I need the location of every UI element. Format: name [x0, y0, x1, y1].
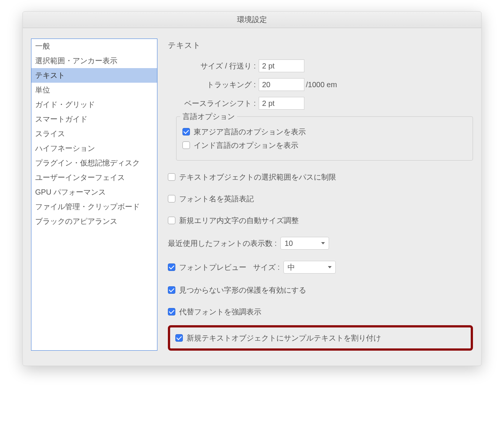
- recent-fonts-select[interactable]: 10: [280, 237, 329, 250]
- font-preview-label: フォントプレビュー: [179, 262, 246, 272]
- font-english-label: フォント名を英語表記: [179, 193, 254, 204]
- recent-fonts-label: 最近使用したフォントの表示数 :: [168, 238, 277, 248]
- category-item[interactable]: プラグイン・仮想記憶ディスク: [31, 156, 157, 170]
- window-body: 一般選択範囲・アンカー表示テキスト単位ガイド・グリッドスマートガイドスライスハイ…: [23, 28, 481, 366]
- protect-glyphs-row[interactable]: 見つからない字形の保護を有効にする: [168, 285, 473, 295]
- restrict-path-label: テキストオブジェクトの選択範囲をパスに制限: [179, 172, 336, 182]
- protect-glyphs-label: 見つからない字形の保護を有効にする: [179, 285, 306, 295]
- east-asian-label: 東アジア言語のオプションを表示: [194, 126, 306, 137]
- font-preview-size-select[interactable]: 中: [283, 261, 336, 274]
- category-item[interactable]: 選択範囲・アンカー表示: [31, 54, 157, 68]
- category-item[interactable]: 一般: [31, 39, 157, 54]
- fill-sample-label: 新規テキストオブジェクトにサンプルテキストを割り付け: [187, 333, 381, 343]
- size-leading-input[interactable]: [259, 60, 304, 72]
- font-preview-checkbox[interactable]: [168, 263, 175, 271]
- tracking-label: トラッキング :: [176, 80, 256, 90]
- baseline-shift-input[interactable]: [259, 97, 304, 110]
- font-english-row[interactable]: フォント名を英語表記: [168, 193, 473, 204]
- indic-option-row[interactable]: インド言語のオプションを表示: [182, 140, 467, 150]
- category-item[interactable]: テキスト: [31, 68, 157, 83]
- restrict-path-row[interactable]: テキストオブジェクトの選択範囲をパスに制限: [168, 172, 473, 182]
- titlebar: 環境設定: [23, 12, 481, 28]
- language-options-group: 言語オプション 東アジア言語のオプションを表示 インド言語のオプションを表示: [176, 116, 473, 161]
- font-preview-size-label: サイズ :: [253, 262, 280, 272]
- baseline-shift-label: ベースラインシフト :: [176, 98, 256, 109]
- indic-label: インド言語のオプションを表示: [194, 140, 298, 150]
- category-item[interactable]: スライス: [31, 126, 157, 141]
- font-preview-row: フォントプレビュー サイズ : 中: [168, 261, 473, 274]
- content-pane: テキスト サイズ / 行送り : トラッキング : /1000 em ベースライ…: [168, 39, 473, 351]
- language-options-legend: 言語オプション: [180, 112, 237, 122]
- highlight-sub-row[interactable]: 代替フォントを強調表示: [168, 306, 473, 317]
- highlight-sub-label: 代替フォントを強調表示: [179, 306, 261, 317]
- tracking-input[interactable]: [259, 78, 304, 91]
- restrict-path-checkbox[interactable]: [168, 173, 175, 181]
- fill-sample-checkbox[interactable]: [175, 334, 183, 342]
- east-asian-option-row[interactable]: 東アジア言語のオプションを表示: [182, 126, 467, 137]
- preferences-window: 環境設定 一般選択範囲・アンカー表示テキスト単位ガイド・グリッドスマートガイドス…: [22, 11, 482, 366]
- font-preview-size-value: 中: [288, 262, 295, 272]
- auto-size-checkbox[interactable]: [168, 217, 175, 224]
- recent-fonts-value: 10: [285, 238, 293, 248]
- recent-fonts-row: 最近使用したフォントの表示数 : 10: [168, 237, 473, 250]
- tracking-suffix: /1000 em: [306, 80, 337, 89]
- auto-size-row[interactable]: 新規エリア内文字の自動サイズ調整: [168, 215, 473, 226]
- indic-checkbox[interactable]: [182, 141, 190, 149]
- east-asian-checkbox[interactable]: [182, 128, 190, 135]
- auto-size-label: 新規エリア内文字の自動サイズ調整: [179, 215, 299, 226]
- section-title: テキスト: [168, 39, 473, 60]
- font-english-checkbox[interactable]: [168, 195, 175, 202]
- category-list[interactable]: 一般選択範囲・アンカー表示テキスト単位ガイド・グリッドスマートガイドスライスハイ…: [31, 39, 157, 351]
- category-item[interactable]: ファイル管理・クリップボード: [31, 199, 157, 214]
- category-item[interactable]: ブラックのアピアランス: [31, 214, 157, 229]
- category-item[interactable]: スマートガイド: [31, 112, 157, 126]
- window-title: 環境設定: [237, 15, 267, 25]
- indent-group: サイズ / 行送り : トラッキング : /1000 em ベースラインシフト …: [168, 60, 473, 161]
- size-leading-label: サイズ / 行送り :: [176, 61, 256, 71]
- category-item[interactable]: ユーザーインターフェイス: [31, 170, 157, 185]
- highlight-box: 新規テキストオブジェクトにサンプルテキストを割り付け: [168, 325, 473, 351]
- highlight-sub-checkbox[interactable]: [168, 308, 175, 315]
- category-item[interactable]: GPU パフォーマンス: [31, 185, 157, 199]
- category-item[interactable]: ハイフネーション: [31, 141, 157, 156]
- fill-sample-row[interactable]: 新規テキストオブジェクトにサンプルテキストを割り付け: [175, 333, 465, 343]
- protect-glyphs-checkbox[interactable]: [168, 286, 175, 294]
- category-item[interactable]: ガイド・グリッド: [31, 97, 157, 112]
- category-item[interactable]: 単位: [31, 83, 157, 97]
